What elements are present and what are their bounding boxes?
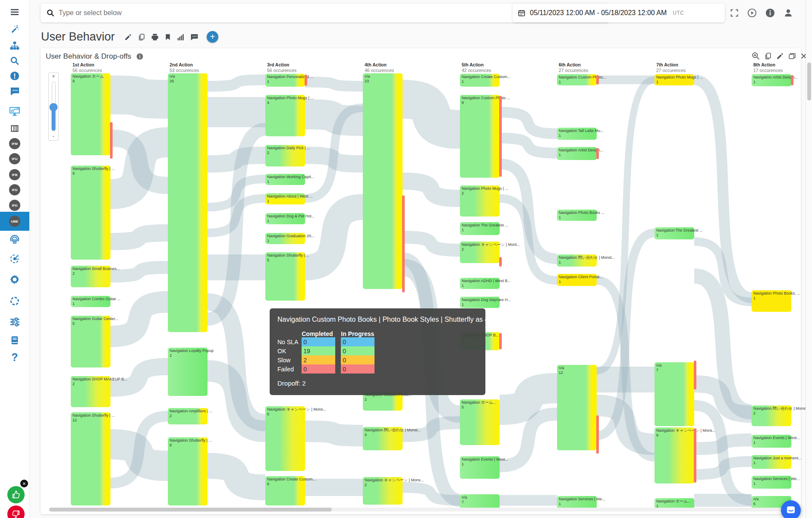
sankey-node[interactable]: n/a26 — [168, 73, 208, 332]
play-button[interactable] — [747, 8, 757, 18]
sankey-node[interactable]: Navigation Services | We...1 — [557, 496, 597, 509]
user-button[interactable] — [784, 8, 793, 18]
sankey-node[interactable]: Navigation キャンペーン | Mons...2 — [363, 477, 403, 505]
sankey-node[interactable]: Navigation Shutterfly | ...9 — [71, 166, 110, 260]
info-button[interactable] — [765, 8, 775, 18]
bar-chart-icon[interactable] — [177, 33, 185, 41]
sankey-node[interactable]: Navigation Create Custom...1 — [460, 74, 500, 87]
sankey-node[interactable]: Navigation Photo Mugs | ...4 — [265, 95, 305, 136]
sankey-node[interactable]: Navigation ホーム...5 — [460, 399, 500, 445]
sankey-node[interactable]: Navigation Photo Mugs | ...1 — [655, 74, 694, 85]
sankey-node[interactable]: Navigation Dog & Pet Hot...1 — [265, 213, 305, 224]
sankey-node[interactable]: Navigation Dog Daycare H...1 — [460, 297, 500, 308]
sankey-node[interactable]: Navigation Events | West...1 — [752, 435, 791, 448]
sidebar-item-ifm[interactable]: IFM — [0, 135, 29, 152]
sankey-node[interactable]: Navigation キャンペーン | Mons...6 — [655, 427, 694, 483]
sankey-node[interactable]: Navigation 問い合わせ | Monst...1 — [557, 254, 597, 267]
sankey-node[interactable]: Navigation Shutterfly | ...12 — [71, 412, 110, 505]
vertical-scroll-thumb[interactable] — [807, 63, 811, 100]
sidebar-chat-icon[interactable] — [0, 82, 29, 100]
comment-icon[interactable] — [190, 33, 198, 41]
sidebar-book-icon[interactable] — [0, 332, 29, 349]
sidebar-share-icon[interactable] — [0, 250, 29, 267]
sidebar-gear-icon[interactable] — [0, 271, 29, 288]
sidebar-help-icon[interactable]: ? — [0, 348, 29, 366]
fullscreen-button[interactable] — [730, 9, 739, 17]
sidebar-item-ube-active[interactable]: UBE — [0, 212, 29, 231]
sidebar-columns-icon[interactable] — [0, 120, 29, 137]
sankey-node[interactable]: Navigation The Greatest ...1 — [655, 227, 694, 239]
vertical-scrollbar[interactable] — [806, 0, 812, 518]
sankey-node[interactable]: Navigation Photo Books ...1 — [557, 210, 597, 221]
sidebar-sitemap-icon[interactable] — [0, 37, 29, 54]
print-icon[interactable] — [151, 33, 159, 41]
sankey-node[interactable]: Navigation About | West ...1 — [265, 193, 305, 204]
sankey-node[interactable]: Navigation Daily Pick | ...2 — [265, 145, 305, 166]
sankey-node[interactable]: Navigation Custom Photo...1 — [557, 74, 597, 85]
sankey-node[interactable]: Navigation Artist Design...1 — [557, 147, 597, 160]
sankey-node[interactable]: Navigation ホーム8 — [71, 73, 110, 155]
zoom-in-button[interactable]: + — [52, 73, 55, 80]
sidebar-wand-icon[interactable] — [0, 20, 29, 38]
sankey-node[interactable]: Navigation ADHD | West B...1 — [460, 278, 500, 289]
sankey-node[interactable]: Navigation SHOP MAKEUP B...2 — [71, 376, 110, 407]
zoom-in-icon[interactable] — [752, 52, 760, 60]
sankey-node[interactable]: Navigation Services | We...1 — [752, 476, 791, 489]
sidebar-broadcast-icon[interactable] — [0, 231, 29, 248]
sidebar-item-ifb[interactable]: IFB — [0, 166, 29, 183]
sankey-node[interactable]: Navigation 問い合わせ | Monst...2 — [752, 405, 791, 426]
date-range-picker[interactable]: 05/11/2023 12:00 AM - 05/18/2023 12:00 A… — [513, 3, 725, 22]
zoom-handle[interactable] — [50, 103, 58, 111]
sankey-node[interactable]: Navigation Just a moment...1 — [752, 455, 791, 469]
sankey-node[interactable]: Navigation The Greatest ...1 — [460, 222, 500, 235]
zoom-out-button[interactable]: - — [53, 133, 54, 140]
sidebar-monitor-icon[interactable] — [0, 103, 29, 120]
sidebar-item-ifu[interactable]: IFU — [0, 150, 29, 167]
sankey-node[interactable]: Navigation Shutterfly | ...5 — [265, 252, 305, 301]
sankey-node[interactable]: Navigation Client Portal...1 — [557, 274, 597, 286]
sankey-node[interactable]: n/a7 — [460, 494, 500, 509]
sankey-node[interactable]: Navigation Custom Photo ...8 — [460, 95, 500, 178]
sankey-node[interactable]: Navigation Graduation 20...1 — [265, 233, 305, 244]
sankey-node[interactable]: Navigation Create Custom...6 — [265, 476, 305, 505]
sidebar-item-ifd[interactable]: IFD — [0, 197, 29, 214]
copy-icon[interactable] — [138, 33, 145, 41]
sankey-node[interactable]: Navigation キャンペーン | Mont...2 — [460, 242, 500, 263]
sankey-node[interactable]: Navigation Photo Books, ...1 — [752, 290, 791, 312]
edit-icon[interactable] — [124, 33, 132, 41]
sankey-node[interactable]: Navigation Guitar Center...5 — [71, 316, 110, 367]
thumbs-up-button[interactable] — [7, 486, 25, 503]
sankey-node[interactable]: Navigation Small Busines...2 — [71, 266, 110, 287]
sankey-node[interactable]: Navigation Photo Mugs | ...2 — [460, 185, 500, 217]
bookmark-icon[interactable] — [164, 33, 171, 41]
horizontal-scroll-thumb[interactable] — [49, 508, 332, 512]
sankey-node[interactable]: Navigation Tall Latte Mu...1 — [557, 128, 597, 140]
sankey-node[interactable]: Navigation Combo Guitar ...1 — [71, 296, 110, 307]
sankey-node[interactable]: Navigation Events | West...1 — [460, 456, 500, 479]
edit-panel-icon[interactable] — [776, 52, 784, 60]
horizontal-scrollbar[interactable] — [49, 508, 798, 512]
sidebar-menu-icon[interactable] — [0, 3, 29, 21]
duplicate-icon[interactable] — [764, 52, 772, 60]
panel-info-icon[interactable] — [136, 53, 143, 60]
sankey-node[interactable]: Navigation Personalized ...1 — [265, 74, 305, 87]
sankey-node[interactable]: Navigation Shutterfly | ...8 — [168, 437, 208, 505]
sankey-node[interactable]: Navigation キャンペーン | Mons...6 — [265, 406, 305, 471]
zoom-slider[interactable]: + - — [48, 72, 59, 141]
sidebar-alert-icon[interactable] — [0, 67, 29, 85]
sidebar-dashed-icon[interactable] — [0, 292, 29, 310]
window-icon[interactable] — [788, 52, 796, 60]
sankey-node[interactable]: Navigation 問い合わせ | Monst...4 — [363, 427, 403, 450]
sankey-node[interactable]: n/a12 — [557, 365, 597, 450]
sidebar-sliders-icon[interactable] — [0, 313, 29, 330]
add-widget-button[interactable]: + — [207, 31, 218, 43]
chat-launcher-button[interactable] — [781, 500, 801, 518]
sidebar-item-ifd[interactable]: IFD — [0, 181, 29, 198]
sankey-node[interactable]: n/a23 — [363, 73, 403, 289]
sankey-node[interactable]: Navigation Loyalty Popup2 — [168, 348, 208, 396]
sankey-node[interactable]: Navigation Amplifiers | ...2 — [168, 408, 208, 424]
sankey-node[interactable]: Navigation Working Capit...1 — [265, 174, 305, 185]
sankey-node[interactable]: Navigation Artist Design...1 — [752, 74, 791, 86]
sankey-node[interactable]: n/a7 — [655, 362, 694, 426]
dismiss-feedback-button[interactable]: ✕ — [20, 480, 28, 487]
